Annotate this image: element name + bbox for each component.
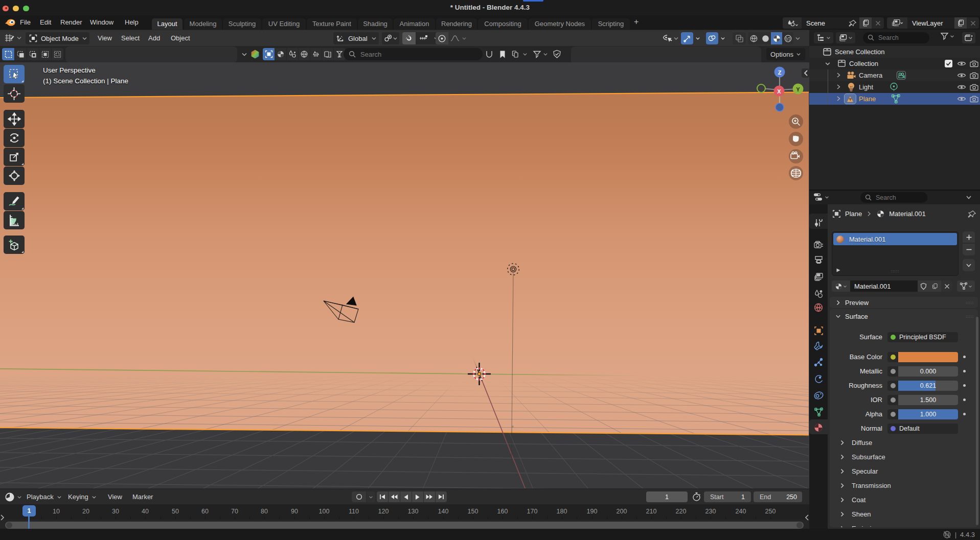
svg-text:Z: Z (778, 69, 782, 76)
svg-text:Y: Y (796, 86, 800, 92)
svg-text:X: X (777, 88, 781, 95)
